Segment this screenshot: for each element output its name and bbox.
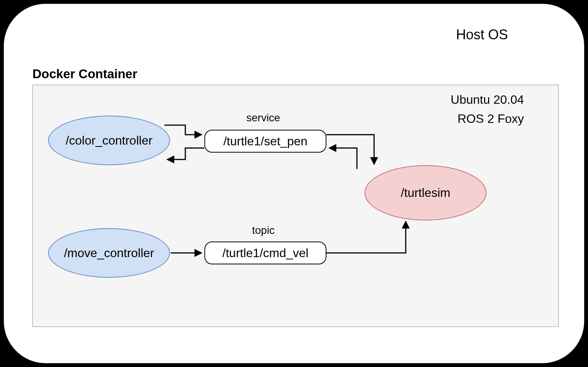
service-set-pen: /turtle1/set_pen: [204, 130, 326, 153]
host-os-label: Host OS: [456, 27, 508, 43]
service-label: service: [246, 112, 280, 124]
ros-label: ROS 2 Foxy: [458, 112, 524, 126]
node-turtlesim: /turtlesim: [365, 165, 487, 221]
host-os-container: Host OS Docker Container Ubuntu 20.04 RO…: [4, 4, 584, 363]
docker-title: Docker Container: [32, 67, 137, 81]
ubuntu-label: Ubuntu 20.04: [451, 93, 524, 107]
topic-cmd-vel: /turtle1/cmd_vel: [204, 241, 326, 264]
node-move-controller: /move_controller: [48, 228, 170, 278]
node-color-controller: /color_controller: [48, 116, 170, 165]
docker-container: Ubuntu 20.04 ROS 2 Foxy /color_controlle…: [32, 85, 559, 327]
topic-label: topic: [252, 224, 275, 237]
